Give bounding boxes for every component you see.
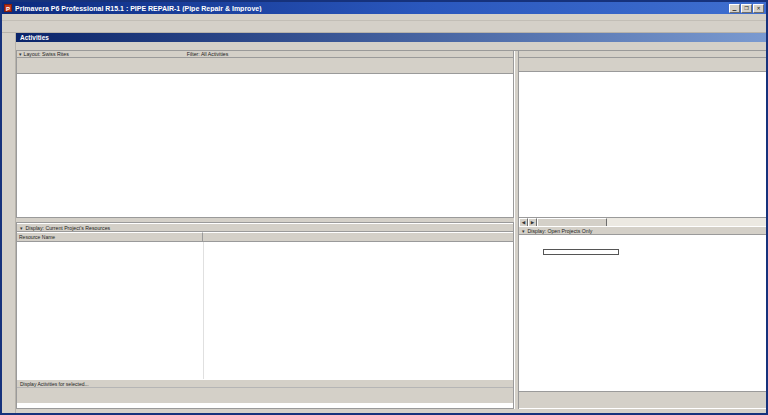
- gantt-timescale[interactable]: [519, 58, 766, 72]
- usage-profile-panel: ▾ Display: Open Projects Only: [519, 226, 766, 409]
- title-bar: P Primavera P6 Professional R15.1 : PIPE…: [2, 2, 766, 14]
- minimize-button[interactable]: ▁: [729, 4, 740, 13]
- tabs-row: [16, 42, 766, 51]
- display-options-chevron-icon[interactable]: ▾: [20, 225, 23, 231]
- layout-chevron-icon[interactable]: ▾: [19, 51, 22, 57]
- gantt-panel: ◀ ▶: [519, 51, 766, 228]
- usage-histogram-svg: [519, 235, 766, 391]
- filter-label: Filter: All Activities: [187, 51, 229, 57]
- app-icon: P: [4, 4, 12, 12]
- resource-list: [17, 242, 513, 379]
- gantt-chart-svg: [519, 72, 766, 217]
- maximize-button[interactable]: ❐: [741, 4, 752, 13]
- page-title: Activities: [20, 34, 49, 41]
- window-controls: ▁❐✕: [728, 4, 764, 13]
- resource-filter-checkboxes: [17, 388, 513, 403]
- toolbar: [2, 21, 766, 33]
- resources-footer-bar: Display Activities for selected...: [17, 379, 513, 388]
- resource-column-divider: [203, 242, 204, 379]
- resource-table-header: Resource Name: [17, 232, 513, 242]
- table-header: [17, 58, 513, 74]
- activities-table-panel: ▾ Layout: Swiss Rites Filter: All Activi…: [16, 51, 514, 218]
- close-button[interactable]: ✕: [753, 4, 764, 13]
- layout-label: Layout: Swiss Rites: [24, 51, 69, 57]
- profile-display-bar[interactable]: ▾ Display: Open Projects Only: [519, 226, 766, 235]
- menu-bar: [2, 14, 766, 21]
- profile-display-label: Display: Open Projects Only: [528, 228, 593, 234]
- resources-footer-label: Display Activities for selected...: [20, 381, 89, 387]
- column-header-blank: [203, 232, 513, 241]
- resources-panel: ▾ Display: Current Project's Resources R…: [16, 222, 514, 409]
- gantt-header-spacer: [519, 51, 766, 58]
- profile-options-chevron-icon[interactable]: ▾: [522, 228, 525, 234]
- activities-banner: Activities: [16, 33, 766, 42]
- histogram-legend: [543, 249, 619, 255]
- gantt-chart-area: [519, 72, 766, 217]
- profile-timescale: [519, 391, 766, 408]
- resources-display-bar[interactable]: ▾ Display: Current Project's Resources: [17, 223, 513, 232]
- window-title: Primavera P6 Professional R15.1 : PIPE R…: [15, 5, 728, 12]
- resources-display-label: Display: Current Project's Resources: [26, 225, 111, 231]
- column-header-resource-name[interactable]: Resource Name: [17, 232, 203, 241]
- side-toolbar: [2, 33, 16, 413]
- application-window: P Primavera P6 Professional R15.1 : PIPE…: [0, 0, 768, 415]
- layout-options-bar[interactable]: ▾ Layout: Swiss Rites Filter: All Activi…: [17, 51, 513, 58]
